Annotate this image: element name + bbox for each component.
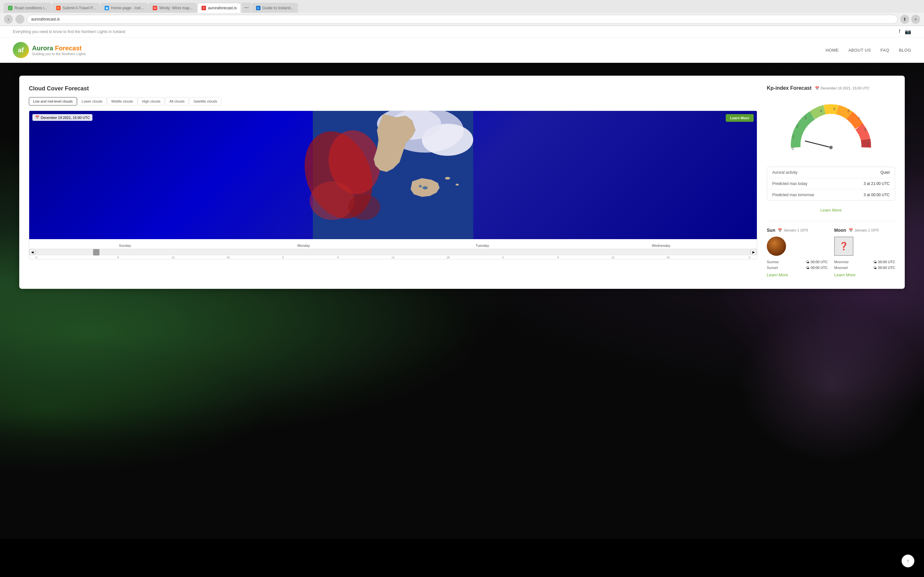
gauge-label-0: 0 <box>792 147 794 151</box>
address-text: auroraforecast.is <box>31 17 60 21</box>
calendar-icon-moon: 📅 <box>849 228 853 232</box>
tab-satellite[interactable]: Satellite clouds <box>189 97 221 105</box>
header-tagline: Everything you need to know to find the … <box>13 29 125 34</box>
logo-aurora: Aurora <box>32 45 53 52</box>
forward-button[interactable]: › <box>15 15 24 24</box>
timeline-labels: Sunday Monday Tuesday Wednesday <box>29 242 757 249</box>
tick-0: 0 <box>36 256 90 259</box>
tab-all[interactable]: All clouds <box>165 97 189 105</box>
tab-guide-iceland[interactable]: G Guide to Iceland... <box>252 3 298 13</box>
moonrise-time: 00:00 UTC <box>878 260 895 264</box>
moonrise-row: Moonrise 🌤 00:00 UTC <box>834 259 895 265</box>
tab-label-2: Submit A Travel P... <box>63 6 95 10</box>
timeline-day-sun: Sunday <box>36 242 214 249</box>
browser-chrome: ✓ Road conditions i... ✈ Submit A Travel… <box>0 0 924 26</box>
logo-area[interactable]: af Aurora Forecast Guiding you to the No… <box>13 42 86 58</box>
tick-18b: 18 <box>421 256 475 259</box>
kp-date-text: December 19 2021, 15:00 UTC <box>821 86 870 90</box>
main-content: Cloud Cover Forecast Low and mid-level c… <box>0 63 924 301</box>
moon-image: ❓ <box>834 237 853 256</box>
svg-text:af: af <box>18 47 24 53</box>
timeline-thumb[interactable] <box>93 249 99 255</box>
tab-label-5: auroraforecast.is <box>208 6 236 10</box>
tab-label-4: Windy: Wind map... <box>159 6 192 10</box>
sun-data: Sunrise 🌤 00:00 UTC Sunset 🌤 <box>767 259 828 271</box>
timeline-ticks: 0 6 12 18 0 6 12 18 0 6 12 <box>29 255 757 259</box>
svg-point-10 <box>423 186 428 189</box>
moon-block: Moon 📅 January 1 1970 ❓ <box>834 227 895 279</box>
timeline-next-button[interactable]: ▶ <box>750 249 757 255</box>
nav-about[interactable]: ABOUT US <box>848 48 871 53</box>
timeline-prev-button[interactable]: ◀ <box>29 249 36 255</box>
tab-homepage[interactable]: ▣ Home-page - Icel... <box>100 3 148 13</box>
tick-12b: 12 <box>365 256 420 259</box>
moon-learn-more[interactable]: Learn More <box>834 271 895 279</box>
tab-road-conditions[interactable]: ✓ Road conditions i... <box>4 3 51 13</box>
gauge-label-1: 1 <box>792 135 795 139</box>
kp-label-activity: Auroral activity <box>772 170 798 175</box>
tab-favicon-1: ✓ <box>8 6 13 10</box>
back-button[interactable]: ‹ <box>4 15 13 24</box>
gauge-label-5: 5 <box>834 107 835 111</box>
nav-blog[interactable]: BLOG <box>899 48 911 53</box>
tab-bar: ✓ Road conditions i... ✈ Submit A Travel… <box>0 0 924 13</box>
kp-label-tomorrow: Predicted max tomorrow <box>772 193 814 197</box>
moonrise-label: Moonrise <box>834 260 849 264</box>
gauge-needle <box>805 141 831 147</box>
nav-home[interactable]: HOME <box>825 48 838 53</box>
timeline-track[interactable] <box>36 249 750 255</box>
map-timestamp-text: December 19 2021, 15:00 UTC <box>41 116 90 119</box>
moon-title: Moon <box>834 227 846 233</box>
new-tab-button[interactable]: + <box>911 15 920 24</box>
more-tabs-button[interactable]: ⋯ <box>242 3 251 13</box>
tab-low-mid[interactable]: Low and mid-level clouds <box>29 97 77 105</box>
kp-value-activity: Quiet <box>880 170 890 175</box>
kp-gauge: 0 1 2 3 4 5 6 7 8 9 <box>767 96 895 160</box>
gauge-svg: 0 1 2 3 4 5 6 7 8 9 <box>786 96 876 160</box>
nav-faq[interactable]: FAQ <box>880 48 889 53</box>
timeline-section: Sunday Monday Tuesday Wednesday ◀ ▶ <box>29 242 757 259</box>
svg-point-12 <box>445 177 450 179</box>
tab-high[interactable]: High clouds <box>138 97 165 105</box>
tab-travel[interactable]: ✈ Submit A Travel P... <box>52 3 100 13</box>
tab-lower[interactable]: Lower clouds <box>78 97 107 105</box>
sunrise-time: 00:00 UTC <box>811 260 828 264</box>
svg-point-13 <box>456 184 459 185</box>
tick-0b: 0 <box>256 256 310 259</box>
cloud-map-wrapper: 📅 December 19 2021, 15:00 UTC Learn More <box>29 111 757 259</box>
timeline-day-tue: Tuesday <box>393 242 572 249</box>
main-nav: HOME ABOUT US FAQ BLOG <box>825 48 911 53</box>
toolbar-icons: ⬆ + <box>900 15 920 24</box>
svg-point-11 <box>419 185 422 187</box>
timeline-day-mon: Monday <box>214 242 393 249</box>
kp-learn-more[interactable]: Learn More <box>767 206 895 214</box>
tab-windy[interactable]: W Windy: Wind map... <box>149 3 197 13</box>
tab-favicon-3: ▣ <box>105 6 109 10</box>
sun-learn-more[interactable]: Learn More <box>767 271 828 279</box>
header-top: Everything you need to know to find the … <box>0 26 924 37</box>
facebook-icon[interactable]: f <box>899 29 900 35</box>
timeline-controls: ◀ ▶ <box>29 249 757 255</box>
tab-favicon-4: W <box>153 6 157 10</box>
moon-header: Moon 📅 January 1 1970 <box>834 227 895 233</box>
moonset-label: Moonset <box>834 266 848 269</box>
gauge-label-4: 4 <box>820 109 822 113</box>
share-button[interactable]: ⬆ <box>900 15 909 24</box>
sun-moon-section: Sun 📅 January 1 1970 Sunrise <box>767 221 895 279</box>
tab-aurora[interactable]: ✕ auroraforecast.is <box>197 3 241 13</box>
sun-date: 📅 January 1 1970 <box>778 228 808 232</box>
instagram-icon[interactable]: 📷 <box>905 29 911 35</box>
sun-title: Sun <box>767 227 775 233</box>
tab-favicon-extra: G <box>256 6 260 10</box>
gauge-label-7: 7 <box>858 117 860 121</box>
calendar-icon-sun: 📅 <box>778 228 782 232</box>
tab-label-extra: Guide to Iceland... <box>262 6 294 10</box>
kp-data-table: Auroral activity Quiet Predicted max tod… <box>767 167 895 201</box>
sunrise-value: 🌤 00:00 UTC <box>806 260 828 264</box>
cloud-map-learn-more[interactable]: Learn More <box>726 114 754 122</box>
kp-row-activity: Auroral activity Quiet <box>767 167 895 178</box>
logo-circle: af <box>13 42 29 58</box>
moonset-time: 00:00 UTC <box>878 266 895 269</box>
tab-middle[interactable]: Middle clouds <box>107 97 137 105</box>
address-bar[interactable]: auroraforecast.is <box>27 15 898 24</box>
